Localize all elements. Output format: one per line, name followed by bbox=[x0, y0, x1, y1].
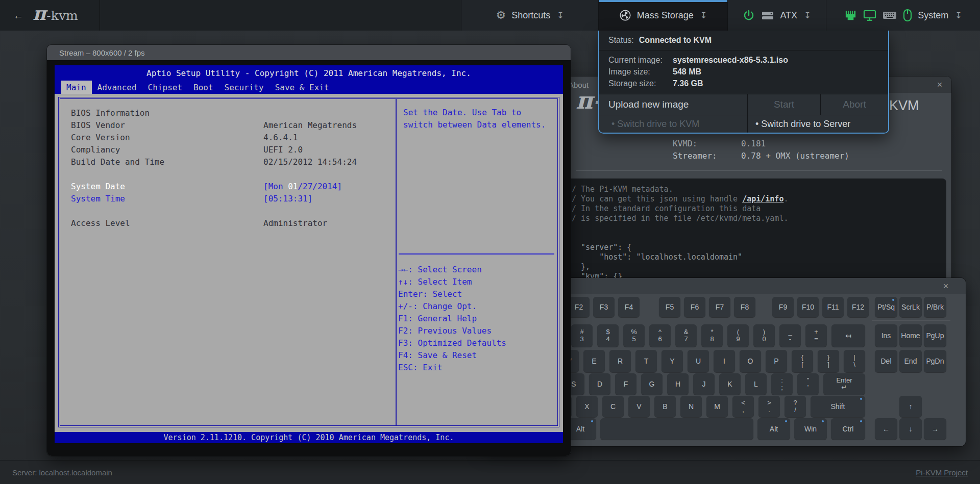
bios-hotkey: ↑↓: Select Item bbox=[398, 276, 506, 288]
kb-key[interactable]: B bbox=[654, 396, 676, 417]
bios-menu-item[interactable]: Main bbox=[61, 81, 92, 94]
kb-key[interactable]: F bbox=[615, 373, 636, 395]
nav-atx[interactable]: ATX ↧ bbox=[727, 0, 826, 31]
kb-key[interactable]: }] bbox=[818, 350, 839, 372]
ms-info-label: Storage size: bbox=[608, 79, 673, 88]
kb-key[interactable]: O bbox=[740, 350, 761, 372]
kb-key[interactable]: %5 bbox=[623, 324, 645, 347]
kb-key[interactable]: U bbox=[688, 350, 709, 372]
start-button[interactable]: Start bbox=[747, 94, 820, 115]
kb-key[interactable]: J bbox=[693, 373, 715, 395]
pikvm-project-link[interactable]: Pi-KVM Project bbox=[916, 468, 968, 477]
back-arrow-icon[interactable]: ← bbox=[13, 10, 23, 21]
kb-key[interactable]: "' bbox=[797, 373, 819, 395]
kb-key[interactable]: F11 bbox=[822, 297, 844, 317]
kb-key[interactable]: <, bbox=[732, 396, 754, 417]
kb-key[interactable]: &7 bbox=[675, 324, 697, 347]
kb-key[interactable]: K bbox=[719, 373, 741, 395]
kb-key[interactable]: T bbox=[635, 350, 657, 372]
kb-key[interactable]: #3 bbox=[571, 324, 593, 347]
kb-key[interactable]: P bbox=[766, 350, 787, 372]
kb-key[interactable]: X bbox=[576, 396, 598, 417]
stream-video-area[interactable]: Aptio Setup Utility - Copyright (C) 2011… bbox=[47, 60, 571, 456]
bios-help-line: Set the Date. Use Tab to bbox=[403, 107, 546, 119]
kb-key[interactable]: F12 bbox=[847, 297, 869, 317]
bios-menu-item[interactable]: Boot bbox=[188, 81, 219, 94]
kb-key[interactable]: Pt/Sq bbox=[875, 297, 897, 317]
kb-key[interactable]: ^6 bbox=[649, 324, 671, 347]
kb-key[interactable]: Enter↵ bbox=[823, 373, 865, 395]
kb-key[interactable]: ↓ bbox=[899, 418, 922, 440]
kb-key[interactable]: {[ bbox=[792, 350, 813, 372]
kb-key[interactable]: Ctrl bbox=[831, 418, 865, 440]
kb-key[interactable] bbox=[600, 418, 753, 440]
nav-shortcuts[interactable]: ⚙ Shortcuts ↧ bbox=[461, 0, 598, 31]
bios-main-area: BIOS InformationBIOS VendorAmerican Mega… bbox=[55, 94, 563, 432]
kb-key[interactable]: Del bbox=[875, 350, 897, 372]
kb-key[interactable]: → bbox=[924, 418, 946, 440]
kb-key[interactable]: $4 bbox=[597, 324, 619, 347]
kb-key[interactable]: V bbox=[628, 396, 650, 417]
api-info-link[interactable]: /api/info bbox=[742, 194, 783, 203]
bios-menu-item[interactable]: Chipset bbox=[142, 81, 188, 94]
ms-info-value: 7.36 GB bbox=[673, 79, 703, 88]
kb-key[interactable]: L bbox=[745, 373, 767, 395]
stream-title: Stream – 800x600 / 2 fps bbox=[59, 48, 145, 57]
nav-system[interactable]: System ↧ bbox=[826, 0, 980, 31]
kb-key[interactable]: F5 bbox=[659, 297, 680, 317]
kb-key[interactable]: F3 bbox=[593, 297, 615, 317]
kb-key[interactable]: PgDn bbox=[924, 350, 946, 372]
abort-button[interactable]: Abort bbox=[820, 94, 888, 115]
bios-hotkey: F3: Optimized Defaults bbox=[398, 337, 506, 349]
kb-key[interactable]: Ins bbox=[875, 324, 897, 347]
kb-key[interactable]: *8 bbox=[701, 324, 723, 347]
kb-key[interactable]: :; bbox=[771, 373, 793, 395]
kb-key[interactable]: G bbox=[641, 373, 663, 395]
kb-key[interactable]: F9 bbox=[772, 297, 794, 317]
nav-mass-storage[interactable]: Mass Storage ↧ bbox=[598, 0, 727, 31]
kb-key[interactable]: Win bbox=[794, 418, 827, 440]
kb-key[interactable]: ↤ bbox=[831, 324, 865, 347]
kb-key[interactable]: E bbox=[583, 350, 605, 372]
kb-key[interactable]: F4 bbox=[618, 297, 640, 317]
kb-key[interactable]: F8 bbox=[734, 297, 755, 317]
kb-key[interactable]: Alt bbox=[757, 418, 790, 440]
kb-key[interactable]: ?/ bbox=[785, 396, 806, 417]
bios-menu-item[interactable]: Save & Exit bbox=[270, 81, 335, 94]
kb-key[interactable]: >. bbox=[758, 396, 780, 417]
kb-key[interactable]: D bbox=[589, 373, 610, 395]
kb-key[interactable]: N bbox=[680, 396, 702, 417]
kb-key[interactable]: C bbox=[602, 396, 624, 417]
kb-key[interactable]: End bbox=[899, 350, 922, 372]
kb-key[interactable]: += bbox=[805, 324, 827, 347]
kb-key[interactable]: PgUp bbox=[924, 324, 946, 347]
upload-new-image-button[interactable]: Upload new image bbox=[599, 94, 747, 115]
bios-content-box: BIOS InformationBIOS VendorAmerican Mega… bbox=[58, 97, 559, 427]
bios-menu-item[interactable]: Security bbox=[219, 81, 270, 94]
close-icon[interactable]: × bbox=[939, 279, 952, 293]
kb-key[interactable]: R bbox=[609, 350, 631, 372]
kb-key[interactable]: ← bbox=[875, 418, 897, 440]
close-icon[interactable]: × bbox=[933, 78, 946, 91]
kb-key[interactable]: ↑ bbox=[899, 396, 922, 417]
kb-key[interactable]: H bbox=[667, 373, 689, 395]
kb-key[interactable]: Y bbox=[662, 350, 683, 372]
kb-key[interactable]: |\ bbox=[844, 350, 865, 372]
switch-drive-to-kvm-button[interactable]: • Switch drive to KVM bbox=[599, 115, 747, 133]
key-indicator-dot bbox=[892, 299, 894, 301]
kb-key[interactable]: Home bbox=[899, 324, 922, 347]
kb-key[interactable]: ScrLk bbox=[899, 297, 922, 317]
kb-key[interactable]: F2 bbox=[568, 297, 590, 317]
kb-key[interactable]: F6 bbox=[684, 297, 705, 317]
bios-menu-item[interactable]: Advanced bbox=[92, 81, 142, 94]
switch-drive-to-server-button[interactable]: • Switch drive to Server bbox=[747, 115, 888, 133]
kb-key[interactable]: _- bbox=[779, 324, 801, 347]
kb-key[interactable]: F7 bbox=[709, 297, 730, 317]
kb-key[interactable]: (9 bbox=[727, 324, 749, 347]
kb-key[interactable]: F10 bbox=[797, 297, 819, 317]
kb-key[interactable]: I bbox=[714, 350, 735, 372]
kb-key[interactable]: P/Brk bbox=[924, 297, 946, 317]
kb-key[interactable]: M bbox=[706, 396, 728, 417]
kb-key[interactable]: )0 bbox=[753, 324, 775, 347]
kb-key[interactable]: Shift bbox=[811, 396, 865, 417]
